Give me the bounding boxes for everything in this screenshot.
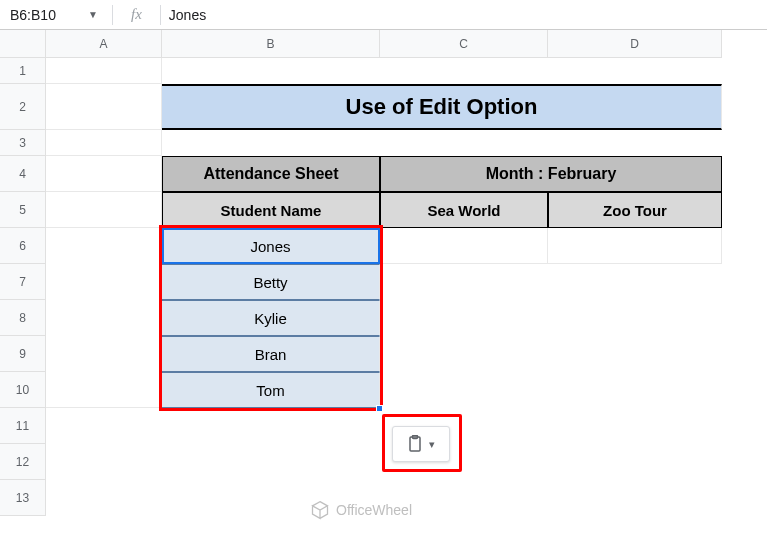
title-cell[interactable]: Use of Edit Option (162, 84, 722, 130)
student-cell[interactable]: Kylie (162, 300, 380, 336)
row-header-3[interactable]: 3 (0, 130, 46, 156)
cell-c6[interactable] (380, 228, 548, 264)
row-header-8[interactable]: 8 (0, 300, 46, 336)
divider (112, 5, 113, 25)
month-header-cell[interactable]: Month : February (380, 156, 722, 192)
row-header-7[interactable]: 7 (0, 264, 46, 300)
row-headers: 1 2 3 4 5 6 7 8 9 10 11 12 13 (0, 58, 46, 516)
row-header-11[interactable]: 11 (0, 408, 46, 444)
sea-world-header-cell[interactable]: Sea World (380, 192, 548, 228)
row-header-13[interactable]: 13 (0, 480, 46, 516)
divider (160, 5, 161, 25)
select-all-corner[interactable] (0, 30, 46, 58)
cell-d6[interactable] (548, 228, 722, 264)
cell-a4[interactable] (46, 156, 162, 192)
row-header-9[interactable]: 9 (0, 336, 46, 372)
attendance-header-cell[interactable]: Attendance Sheet (162, 156, 380, 192)
row-header-4[interactable]: 4 (0, 156, 46, 192)
cell-a1[interactable] (46, 58, 162, 84)
formula-input[interactable] (169, 7, 763, 23)
name-box[interactable]: B6:B10 ▼ (4, 5, 104, 25)
fill-handle[interactable] (376, 405, 383, 412)
student-name-header-cell[interactable]: Student Name (162, 192, 380, 228)
spreadsheet-grid[interactable]: A B C D 1 2 3 4 5 6 7 8 9 10 11 12 13 Us… (0, 30, 767, 552)
col-header-d[interactable]: D (548, 30, 722, 58)
formula-bar-row: B6:B10 ▼ fx (0, 0, 767, 30)
cell-a2[interactable] (46, 84, 162, 130)
column-headers: A B C D (46, 30, 722, 58)
paste-options-button[interactable]: ▾ (392, 426, 450, 462)
student-cell[interactable]: Bran (162, 336, 380, 372)
cell-a5[interactable] (46, 192, 162, 228)
col-header-b[interactable]: B (162, 30, 380, 58)
student-cell[interactable]: Tom (162, 372, 380, 408)
row-header-6[interactable]: 6 (0, 228, 46, 264)
row-header-5[interactable]: 5 (0, 192, 46, 228)
row-header-2[interactable]: 2 (0, 84, 46, 130)
name-box-value: B6:B10 (10, 7, 56, 23)
student-cell[interactable]: Jones (162, 228, 380, 264)
row-header-12[interactable]: 12 (0, 444, 46, 480)
fx-icon: fx (121, 6, 152, 23)
chevron-down-icon: ▾ (429, 438, 435, 451)
col-header-a[interactable]: A (46, 30, 162, 58)
row-header-1[interactable]: 1 (0, 58, 46, 84)
col-header-c[interactable]: C (380, 30, 548, 58)
clipboard-icon (407, 435, 423, 453)
student-cell[interactable]: Betty (162, 264, 380, 300)
zoo-tour-header-cell[interactable]: Zoo Tour (548, 192, 722, 228)
row-header-10[interactable]: 10 (0, 372, 46, 408)
cell-a-range[interactable] (46, 228, 162, 408)
cell-a3[interactable] (46, 130, 162, 156)
chevron-down-icon[interactable]: ▼ (88, 9, 98, 20)
